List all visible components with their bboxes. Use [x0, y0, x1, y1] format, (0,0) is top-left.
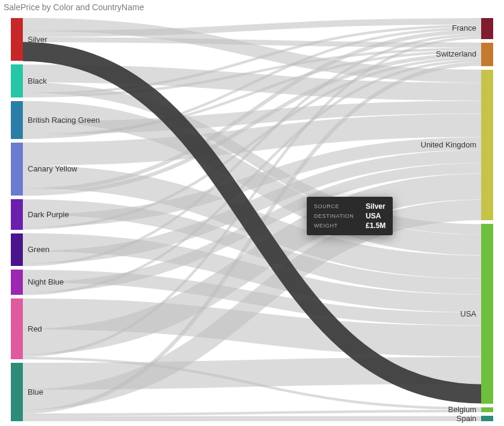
- node-label-night-blue: Night Blue: [28, 277, 64, 286]
- sankey-link[interactable]: [23, 411, 481, 415]
- node-label-blue: Blue: [28, 387, 43, 397]
- sankey-canvas: SilverBlackBritish Racing GreenCanary Ye…: [0, 13, 504, 426]
- node-label-green: Green: [28, 245, 49, 254]
- node-canary-yellow[interactable]: [11, 143, 23, 196]
- node-silver[interactable]: [11, 18, 23, 61]
- node-label-canary-yellow: Canary Yellow: [28, 164, 77, 173]
- node-label-france: France: [452, 23, 476, 32]
- node-label-red: Red: [28, 324, 42, 333]
- tooltip-source-value: Silver: [366, 202, 386, 211]
- node-label-switzerland: Switzerland: [436, 49, 476, 58]
- node-british-racing-green[interactable]: [11, 101, 23, 139]
- node-belgium[interactable]: [481, 407, 493, 413]
- tooltip-dest-label: DESTINATION: [314, 211, 355, 221]
- node-green[interactable]: [11, 233, 23, 267]
- link-tooltip: SOURCESilver DESTINATIONUSA WEIGHT£1.5M: [307, 197, 393, 235]
- node-night-blue[interactable]: [11, 270, 23, 295]
- node-label-spain: Spain: [456, 414, 476, 423]
- node-label-dark-purple: Dark Purple: [28, 210, 69, 219]
- node-spain[interactable]: [481, 416, 493, 421]
- node-label-silver: Silver: [28, 35, 48, 44]
- tooltip-weight-value: £1.5M: [366, 221, 386, 230]
- node-blue[interactable]: [11, 363, 23, 421]
- chart-title: SalePrice by Color and CountryName: [0, 0, 504, 12]
- node-label-black: Black: [28, 76, 47, 85]
- tooltip-dest-value: USA: [366, 211, 381, 221]
- node-label-belgium: Belgium: [448, 405, 476, 414]
- node-switzerland[interactable]: [481, 43, 493, 66]
- node-label-british-racing-green: British Racing Green: [28, 116, 100, 125]
- node-black[interactable]: [11, 64, 23, 97]
- node-usa[interactable]: [481, 224, 493, 403]
- sankey-svg: [0, 13, 504, 426]
- node-label-usa: USA: [460, 309, 476, 318]
- node-france[interactable]: [481, 18, 493, 39]
- tooltip-weight-label: WEIGHT: [314, 221, 355, 230]
- node-dark-purple[interactable]: [11, 199, 23, 229]
- node-label-united-kingdom: United Kingdom: [421, 140, 477, 149]
- node-red[interactable]: [11, 298, 23, 359]
- tooltip-source-label: SOURCE: [314, 202, 355, 211]
- node-united-kingdom[interactable]: [481, 70, 493, 221]
